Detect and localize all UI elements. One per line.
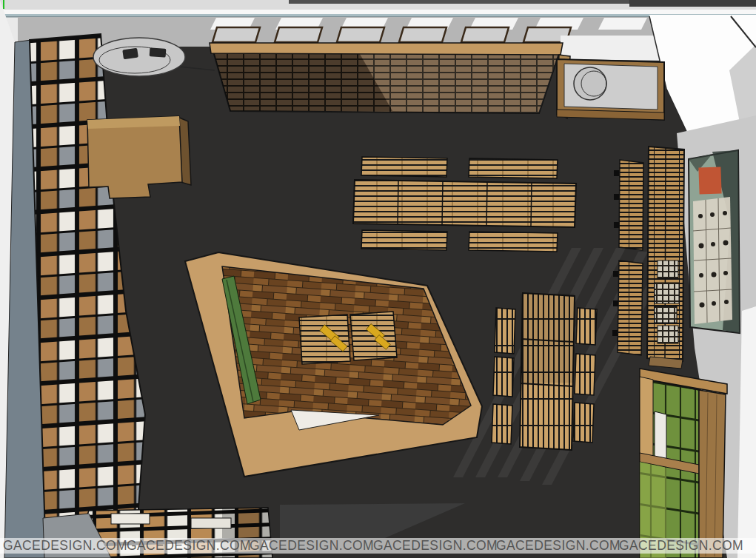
- top-dark-bar-right: [629, 0, 756, 7]
- chair-2: [150, 47, 167, 58]
- thin-slat-shelf-upper: [619, 160, 643, 250]
- bench-left-1: [495, 308, 515, 354]
- green-axis-line: [3, 0, 4, 9]
- table-joint-3: [486, 182, 487, 226]
- watermark-text-3: GACEDESIGN.COM: [250, 538, 374, 553]
- wall-white-patch-right: [561, 36, 666, 61]
- counter-basin: [574, 67, 606, 100]
- green-unit-white-cell: [655, 411, 666, 462]
- bench-top-left: [361, 157, 447, 177]
- table-joint-2: [442, 181, 443, 225]
- bench-right-2: [575, 354, 595, 395]
- reading-tables-right: [492, 293, 597, 450]
- table-joint-4: [531, 183, 532, 226]
- round-table: [93, 38, 185, 76]
- bench-top-right: [469, 158, 558, 178]
- green-unit-wood-side: [699, 390, 726, 558]
- platform-table-right: [350, 312, 397, 360]
- lattice-screen: [210, 43, 570, 118]
- bench-left-2: [493, 357, 514, 397]
- display-box-white-1: [111, 514, 150, 524]
- bench-right-1: [576, 308, 597, 345]
- watermark-text-6: GACEDESIGN.COM: [619, 538, 743, 553]
- scene-svg: GACEDESIGN.COM GACEDESIGN.COM GACEDESIGN…: [0, 0, 756, 558]
- watermark-text-5: GACEDESIGN.COM: [496, 538, 620, 553]
- display-box-white-2: [191, 518, 231, 528]
- table-joint-1: [398, 181, 398, 224]
- green-cubby-unit: [640, 357, 727, 558]
- watermark-band: GACEDESIGN.COM GACEDESIGN.COM GACEDESIGN…: [0, 538, 756, 554]
- chair-1: [122, 48, 138, 60]
- watermark-text-1: GACEDESIGN.COM: [3, 538, 127, 553]
- bench-left-3: [492, 404, 512, 444]
- bench-bottom-left: [361, 230, 447, 250]
- thin-slat-shelf-lower: [618, 260, 643, 355]
- watermark-text-4: GACEDESIGN.COM: [373, 538, 498, 553]
- tall-shelf-hatch-boxes: [655, 260, 679, 343]
- poster-red-seal: [698, 167, 721, 194]
- long-table: [353, 180, 576, 227]
- wall-poster: [689, 150, 740, 333]
- bench-right-3: [573, 403, 594, 443]
- reception-counter: [557, 59, 664, 120]
- platform-table-left: [299, 315, 350, 364]
- tall-table-shade: [521, 294, 574, 383]
- top-white-band: [0, 10, 756, 14]
- top-blue-line: [0, 14, 756, 16]
- bench-bottom-right: [469, 232, 558, 252]
- round-table-top: [93, 38, 185, 76]
- watermark-text-2: GACEDESIGN.COM: [127, 538, 251, 553]
- lattice-top-rail: [210, 43, 563, 55]
- render-canvas: GACEDESIGN.COM GACEDESIGN.COM GACEDESIGN…: [0, 0, 756, 558]
- green-unit-tan-column: [640, 377, 653, 457]
